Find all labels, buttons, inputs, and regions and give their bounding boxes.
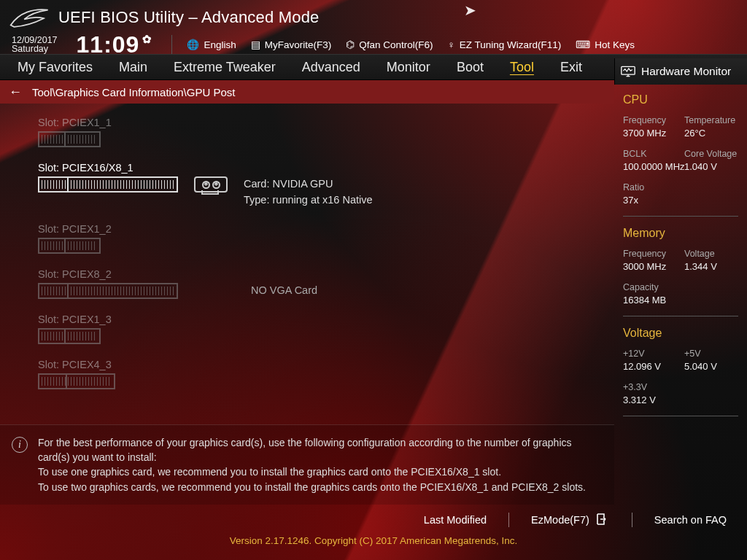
pcie-slot: Slot: PCIEX4_3 bbox=[38, 359, 614, 389]
back-arrow-icon[interactable]: ← bbox=[9, 85, 22, 100]
pcie-slot: Slot: PCIEX8_2NO VGA Card bbox=[38, 268, 614, 299]
language-label: English bbox=[204, 39, 236, 50]
divider bbox=[632, 513, 632, 527]
hw-label: Core Voltage bbox=[684, 149, 738, 159]
hw-cpu-title: CPU bbox=[623, 93, 738, 106]
mouse-cursor-icon: ➤ bbox=[464, 1, 476, 19]
day-text: Saturday bbox=[12, 44, 58, 54]
hw-value: 100.0000 MHz bbox=[623, 161, 677, 172]
divider bbox=[171, 35, 172, 54]
copyright-text: Version 2.17.1246. Copyright (C) 2017 Am… bbox=[0, 535, 747, 552]
hw-value: 37x bbox=[623, 195, 677, 206]
divider bbox=[623, 416, 738, 416]
hw-row: BCLK100.0000 MHzCore Voltage1.040 V bbox=[623, 149, 738, 172]
hw-cell: Ratio37x bbox=[623, 182, 677, 206]
pcie-connector-icon bbox=[38, 238, 101, 254]
help-line-2: To use one graphics card, we recommend y… bbox=[38, 464, 597, 479]
hw-label: +5V bbox=[684, 349, 738, 359]
hw-row: Frequency3000 MHzVoltage1.344 V bbox=[623, 249, 738, 272]
search-faq-button[interactable]: Search on FAQ bbox=[654, 514, 727, 526]
tab-my-favorites[interactable]: My Favorites bbox=[4, 57, 106, 78]
rog-logo bbox=[7, 4, 50, 31]
last-modified-button[interactable]: Last Modified bbox=[424, 514, 487, 526]
hotkeys-button[interactable]: ⌨ Hot Keys bbox=[576, 39, 635, 50]
myfavorite-button[interactable]: ▤ MyFavorite(F3) bbox=[251, 39, 332, 50]
eztuning-button[interactable]: ♀ EZ Tuning Wizard(F11) bbox=[448, 39, 562, 50]
date-block: 12/09/2017 Saturday bbox=[12, 36, 58, 54]
tab-advanced[interactable]: Advanced bbox=[289, 57, 374, 78]
hw-cell: Core Voltage1.040 V bbox=[684, 149, 738, 172]
hw-row: +12V12.096 V+5V5.040 V bbox=[623, 349, 738, 372]
fan-icon: ⌬ bbox=[346, 39, 355, 50]
hw-row: Ratio37x bbox=[623, 182, 738, 206]
pcie-connector-icon bbox=[38, 373, 115, 389]
tab-exit[interactable]: Exit bbox=[547, 57, 595, 78]
keyboard-icon: ⌨ bbox=[576, 39, 590, 50]
tab-monitor[interactable]: Monitor bbox=[374, 57, 444, 78]
hw-cell: Frequency3000 MHz bbox=[623, 249, 677, 272]
hw-cell: Voltage1.344 V bbox=[684, 249, 738, 272]
hw-label: BCLK bbox=[623, 149, 677, 159]
hw-value: 26°C bbox=[684, 128, 738, 139]
pcie-connector-icon bbox=[38, 283, 178, 299]
slot-label: Slot: PCIEX4_3 bbox=[38, 359, 614, 370]
hw-cell: Capacity16384 MB bbox=[623, 282, 677, 306]
hw-value: 5.040 V bbox=[684, 361, 738, 372]
hw-value: 16384 MB bbox=[623, 295, 677, 306]
hw-value: 3.312 V bbox=[623, 394, 677, 405]
tab-main[interactable]: Main bbox=[106, 57, 160, 78]
hw-label: +3.3V bbox=[623, 382, 677, 392]
myfavorite-label: MyFavorite(F3) bbox=[265, 39, 332, 50]
pcie-slot: Slot: PCIEX16/X8_1Card: NVIDIA GPUType: … bbox=[38, 162, 614, 209]
breadcrumb: ← Tool\Graphics Card Information\GPU Pos… bbox=[0, 80, 614, 104]
tab-boot[interactable]: Boot bbox=[444, 57, 497, 78]
hw-voltage-title: Voltage bbox=[623, 327, 738, 340]
slot-card-info: NO VGA Card bbox=[194, 283, 317, 299]
list-icon: ▤ bbox=[251, 39, 260, 50]
hardware-monitor-panel: CPU Frequency3700 MHzTemperature26°CBCLK… bbox=[614, 80, 747, 505]
slot-label: Slot: PCIEX8_2 bbox=[38, 268, 614, 280]
language-button[interactable]: 🌐 English bbox=[187, 39, 236, 50]
pcie-slot: Slot: PCIEX1_3 bbox=[38, 314, 614, 344]
hardware-monitor-label: Hardware Monitor bbox=[641, 65, 731, 78]
pcie-connector-icon bbox=[38, 131, 101, 147]
hw-row: Frequency3700 MHzTemperature26°C bbox=[623, 115, 738, 139]
divider bbox=[623, 216, 738, 217]
hw-label: Frequency bbox=[623, 115, 677, 125]
hw-value: 3700 MHz bbox=[623, 128, 677, 139]
hw-label: Frequency bbox=[623, 249, 677, 259]
hw-value: 1.040 V bbox=[684, 161, 738, 172]
breadcrumb-text: Tool\Graphics Card Information\GPU Post bbox=[32, 86, 235, 98]
hw-cell: Temperature26°C bbox=[684, 115, 738, 139]
hw-label: Ratio bbox=[623, 182, 677, 192]
pcie-slot: Slot: PCIEX1_2 bbox=[38, 223, 614, 254]
hotkeys-label: Hot Keys bbox=[595, 39, 635, 50]
hw-label: Capacity bbox=[623, 282, 677, 292]
exit-icon bbox=[597, 513, 610, 527]
hw-cell: +5V5.040 V bbox=[684, 349, 738, 372]
slot-card-info: Card: NVIDIA GPUType: running at x16 Nat… bbox=[244, 176, 373, 209]
globe-icon: 🌐 bbox=[187, 39, 199, 50]
hw-value: 1.344 V bbox=[684, 261, 738, 272]
hw-cell: +12V12.096 V bbox=[623, 349, 677, 372]
help-panel: i For the best performance of your graph… bbox=[0, 424, 614, 505]
tab-tool[interactable]: Tool bbox=[497, 57, 547, 78]
hw-cell: BCLK100.0000 MHz bbox=[623, 149, 677, 172]
info-icon: i bbox=[12, 437, 28, 453]
hw-label: Temperature bbox=[684, 115, 738, 125]
ezmode-button[interactable]: EzMode(F7) bbox=[531, 513, 610, 527]
slot-label: Slot: PCIEX1_2 bbox=[38, 223, 614, 235]
qfan-label: Qfan Control(F6) bbox=[359, 39, 433, 50]
hw-label: Voltage bbox=[684, 249, 738, 259]
hw-cell: +3.3V3.312 V bbox=[623, 382, 677, 405]
tab-extreme-tweaker[interactable]: Extreme Tweaker bbox=[160, 57, 289, 78]
help-line-1: For the best performance of your graphic… bbox=[38, 435, 597, 465]
qfan-button[interactable]: ⌬ Qfan Control(F6) bbox=[346, 39, 433, 50]
slot-label: Slot: PCIEX16/X8_1 bbox=[38, 162, 614, 174]
hw-label: +12V bbox=[623, 349, 677, 359]
pcie-slot: Slot: PCIEX1_1 bbox=[38, 117, 614, 147]
gear-icon: ✿ bbox=[142, 33, 152, 46]
bulb-icon: ♀ bbox=[448, 39, 455, 50]
divider bbox=[623, 316, 738, 316]
slot-label: Slot: PCIEX1_3 bbox=[38, 314, 614, 325]
